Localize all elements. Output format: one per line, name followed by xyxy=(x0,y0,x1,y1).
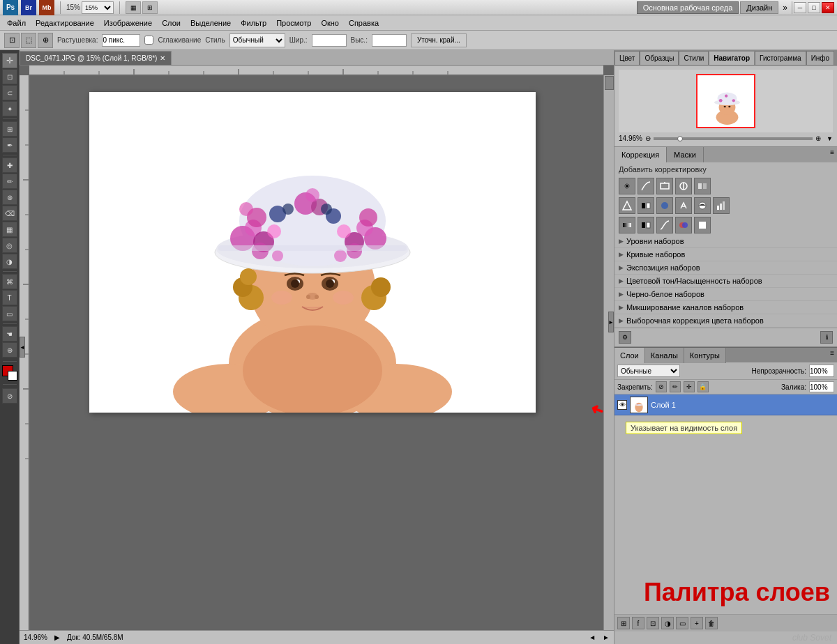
adj-posterize-icon[interactable] xyxy=(713,197,730,214)
eyedropper-tool[interactable]: ✒ xyxy=(2,137,17,153)
br-icon[interactable]: Br xyxy=(21,0,36,15)
refine-edge-btn[interactable]: Уточн. край... xyxy=(411,33,467,47)
adj-info-icon[interactable]: ℹ xyxy=(820,331,833,344)
nav-zoom-out-icon[interactable]: ⊖ xyxy=(645,135,651,142)
gradient-tool[interactable]: ▦ xyxy=(2,222,17,237)
height-input[interactable] xyxy=(372,34,407,47)
adj-item-selective[interactable]: ▶ Выборочная коррекция цвета наборов xyxy=(614,314,837,328)
layer-new-btn[interactable]: + xyxy=(691,617,703,629)
lasso-tool[interactable]: ⊂ xyxy=(2,85,17,100)
adj-colorbalance-icon[interactable] xyxy=(675,217,692,233)
tab-channels[interactable]: Каналы xyxy=(645,348,684,363)
maximize-btn[interactable]: □ xyxy=(808,2,820,13)
layer-visibility-btn[interactable]: 👁 xyxy=(617,400,627,410)
menu-help[interactable]: Справка xyxy=(345,17,383,29)
mb-icon[interactable]: Mb xyxy=(39,0,54,15)
adj-solid-icon[interactable] xyxy=(694,217,711,233)
adj-item-bw[interactable]: ▶ Черно-белое наборов xyxy=(614,288,837,301)
layer-group-btn[interactable]: ▭ xyxy=(676,617,688,629)
nav-zoom-slider[interactable] xyxy=(654,137,813,140)
layer-fx-btn[interactable]: f xyxy=(632,617,644,629)
adj-item-curves[interactable]: ▶ Кривые наборов xyxy=(614,248,837,261)
nav-zoom-thumb[interactable] xyxy=(677,136,683,141)
tab-samples[interactable]: Образцы xyxy=(640,51,679,65)
tab-correction[interactable]: Коррекция xyxy=(614,147,667,162)
adj-photo-icon[interactable] xyxy=(656,197,673,214)
pen-tool[interactable]: ⌘ xyxy=(2,274,17,289)
adj-item-channel[interactable]: ▶ Микширование каналов наборов xyxy=(614,301,837,314)
hand-tool[interactable]: ☚ xyxy=(2,326,17,342)
workspace-main-btn[interactable]: Основная рабочая среда xyxy=(637,1,739,14)
adj-bw-icon[interactable] xyxy=(638,197,654,214)
tab-masks[interactable]: Маски xyxy=(667,147,704,162)
width-input[interactable] xyxy=(312,34,347,47)
nav-arrow-right[interactable]: ► xyxy=(603,634,610,641)
workspace-design-btn[interactable]: Дизайн xyxy=(740,1,778,14)
rect-select-icon[interactable]: ⊡ xyxy=(4,33,20,48)
scroll-thumb-v[interactable] xyxy=(605,76,614,90)
tab-info[interactable]: Инфо xyxy=(806,51,835,65)
adj-curves2-icon[interactable] xyxy=(656,217,673,233)
tab-histogram[interactable]: Гистограмма xyxy=(755,51,806,65)
adj-item-exposure[interactable]: ▶ Экспозиция наборов xyxy=(614,261,837,275)
healing-tool[interactable]: ✚ xyxy=(2,158,17,173)
blur-tool[interactable]: ◎ xyxy=(2,238,17,253)
adj-exposure-icon[interactable] xyxy=(656,178,673,194)
correction-panel-menu[interactable]: ≡ xyxy=(827,147,837,162)
adj-gradient-icon[interactable] xyxy=(619,217,635,233)
nav-panel-expand[interactable]: ▼ xyxy=(827,135,833,142)
ps-icon[interactable]: Ps xyxy=(3,0,18,15)
lock-all-btn[interactable]: 🔒 xyxy=(698,381,709,392)
menu-view[interactable]: Просмотр xyxy=(272,17,315,29)
minimize-btn[interactable]: ─ xyxy=(794,2,806,13)
rect-select-tool[interactable]: ⊡ xyxy=(2,69,17,84)
lock-transparent-btn[interactable]: ⊘ xyxy=(656,381,667,392)
adj-channelmix-icon[interactable] xyxy=(694,178,711,194)
menu-file[interactable]: Файл xyxy=(3,17,30,29)
eraser-tool[interactable]: ⌫ xyxy=(2,206,17,221)
adj-brightness-icon[interactable]: ☀ xyxy=(619,178,635,194)
zoom-tool[interactable]: ⊕ xyxy=(2,342,17,358)
move-tool[interactable]: ✛ xyxy=(2,53,17,68)
brush-tool[interactable]: ✏ xyxy=(2,174,17,189)
layers-panel-menu[interactable]: ≡ xyxy=(827,348,837,362)
adj-invert-icon[interactable] xyxy=(694,197,711,214)
opacity-input[interactable] xyxy=(809,365,834,377)
nav-arrow-left[interactable]: ◄ xyxy=(589,634,596,641)
tab-layers[interactable]: Слои xyxy=(614,348,645,363)
view-btn2[interactable]: ⊞ xyxy=(142,1,158,14)
clone-tool[interactable]: ⊛ xyxy=(2,190,17,205)
menu-window[interactable]: Окно xyxy=(317,17,343,29)
adj-hue-icon[interactable] xyxy=(619,197,635,214)
adj-vibrance-icon[interactable] xyxy=(675,178,692,194)
nav-panel-menu[interactable]: ≡ xyxy=(834,54,837,65)
tab-close-icon[interactable]: ✕ xyxy=(160,54,165,62)
background-color[interactable] xyxy=(8,371,17,381)
layer-delete-btn[interactable]: 🗑 xyxy=(705,617,718,629)
feather-input[interactable] xyxy=(102,34,140,47)
close-btn[interactable]: ✕ xyxy=(822,2,834,13)
zoom-select[interactable]: 15% 25% 50% 100% xyxy=(82,1,114,14)
lasso-icon[interactable]: ⬚ xyxy=(21,33,36,48)
menu-edit[interactable]: Редактирование xyxy=(31,17,98,29)
shape-tool[interactable]: ▭ xyxy=(2,306,17,321)
lock-paint-btn[interactable]: ✏ xyxy=(670,381,681,392)
scroll-vertical[interactable] xyxy=(603,75,614,633)
mask-mode-btn[interactable]: ⊘ xyxy=(2,388,17,404)
crop-tool[interactable]: ⊞ xyxy=(2,121,17,137)
smooth-checkbox[interactable] xyxy=(144,36,153,45)
dodge-tool[interactable]: ◑ xyxy=(2,254,17,269)
panel-collapse-left[interactable]: ◄ xyxy=(20,337,25,358)
tab-styles[interactable]: Стили xyxy=(679,51,709,65)
document-tab[interactable]: DSC_0471.JPG @ 15% (Слой 1, RGB/8*) ✕ xyxy=(20,51,172,65)
adj-threshold-icon[interactable] xyxy=(638,217,654,233)
adj-item-levels[interactable]: ▶ Уровни наборов xyxy=(614,235,837,248)
menu-layers[interactable]: Слои xyxy=(158,17,185,29)
tab-color[interactable]: Цвет xyxy=(614,51,640,65)
adj-settings-icon[interactable]: ⚙ xyxy=(619,331,631,344)
menu-filter[interactable]: Фильтр xyxy=(236,17,271,29)
adj-selective-icon[interactable] xyxy=(675,197,692,214)
view-btn1[interactable]: ▦ xyxy=(126,1,141,14)
nav-zoom-in-icon[interactable]: ⊕ xyxy=(815,135,821,142)
layer-mask-btn[interactable]: ⊡ xyxy=(647,617,659,629)
